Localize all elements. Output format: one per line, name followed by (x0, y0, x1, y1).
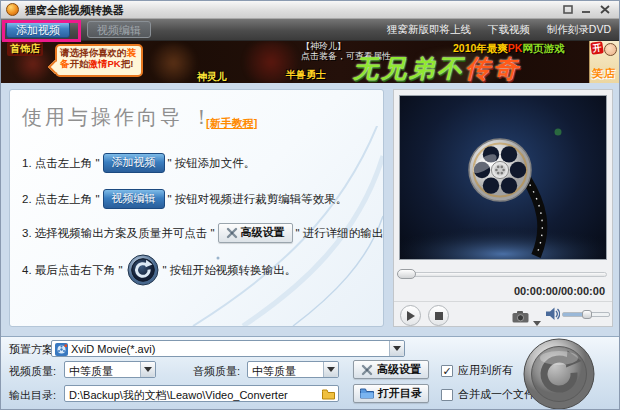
maximize-icon (563, 5, 573, 14)
minimize-icon (581, 5, 591, 14)
advanced-settings-button-illustration: 高级设置 (218, 223, 293, 243)
merge-files-checkbox[interactable]: 合并成一个文件 (441, 387, 535, 402)
maximize-button[interactable] (561, 4, 575, 16)
window-title: 狸窝全能视频转换器 (25, 3, 124, 18)
open-directory-button[interactable]: 打开目录 (353, 384, 429, 403)
stop-button[interactable] (428, 305, 449, 326)
wrench-icon (226, 227, 238, 239)
play-button[interactable] (400, 305, 421, 326)
guide-step-1: 1. 点击左上角 " 添加视频 " 按钮添加文件。 (22, 152, 255, 174)
snapshot-dropdown[interactable] (533, 312, 541, 330)
audio-quality-dropdown[interactable]: 中等质量 (247, 361, 339, 378)
stop-icon (435, 312, 443, 320)
mute-button[interactable] (546, 307, 560, 325)
video-quality-value: 中等质量 (69, 364, 113, 379)
preset-format-icon (55, 343, 68, 356)
ad-banner[interactable]: 首饰店 请选择你喜欢的装备开始激情PK把! 神灵儿 半兽勇士 【神玲儿】 点击装… (1, 41, 619, 83)
banner-speech-bubble: 请选择你喜欢的装备开始激情PK把! (55, 44, 143, 77)
chevron-down-icon (327, 367, 335, 372)
chevron-down-icon (533, 321, 541, 326)
banner-title: 无兄弟不传奇 (353, 52, 521, 83)
camera-icon (512, 311, 529, 323)
link-download-video[interactable]: 下载视频 (488, 23, 530, 35)
volume-fill (563, 313, 584, 316)
link-new-version[interactable]: 狸窝新版即将上线 (387, 23, 471, 35)
link-burn-dvd[interactable]: 制作刻录DVD (547, 23, 611, 35)
audio-quality-arrow[interactable] (323, 362, 338, 377)
banner-title-red: 传奇 (465, 54, 521, 82)
snapshot-button[interactable] (512, 309, 529, 327)
open-directory-label: 打开目录 (378, 386, 422, 401)
toolbar-links: 狸窝新版即将上线 下载视频 制作刻录DVD (373, 23, 611, 37)
volume-slider[interactable] (562, 312, 610, 317)
banner-note-line1: 【神玲儿】 (301, 41, 391, 51)
controls-divider (394, 301, 612, 302)
checkbox-checked[interactable]: ✓ (441, 365, 453, 377)
video-quality-arrow[interactable] (140, 362, 155, 377)
preset-dropdown[interactable]: XviD Movie(*.avi) (51, 340, 405, 357)
banner-character-1: 神灵儿 (197, 70, 227, 83)
step-text: " 按钮对视频进行裁剪编辑等效果。 (168, 192, 348, 207)
banner-shop-label: 首饰店 (7, 42, 43, 56)
advanced-settings-button[interactable]: 高级设置 (353, 360, 429, 379)
apply-to-all-label: 应用到所有 (458, 363, 513, 378)
video-quality-label: 视频质量: (9, 364, 56, 379)
convert-button-illustration (127, 254, 159, 286)
bubble-text: 开始 (70, 58, 89, 69)
edit-video-button[interactable]: 视频编辑 (87, 21, 151, 38)
app-window: 狸窝全能视频转换器 添加视频 视频编辑 狸窝新版即将上线 下载视频 制作刻录DV… (0, 0, 620, 410)
step-button-label: 高级设置 (241, 225, 285, 240)
minimize-button[interactable] (579, 4, 593, 16)
video-quality-dropdown[interactable]: 中等质量 (64, 361, 156, 378)
time-display: 00:00:00/00:00:00 (514, 285, 605, 297)
volume-handle[interactable] (582, 310, 592, 319)
play-icon (406, 311, 415, 321)
audio-quality-value: 中等质量 (252, 364, 296, 379)
step-text: " 进行详细的输出设置。 (296, 226, 384, 241)
film-reel-graphic (400, 96, 606, 259)
seek-bar[interactable] (399, 272, 607, 277)
tutorial-link[interactable]: [新手教程] (206, 116, 257, 131)
toolbar: 添加视频 视频编辑 狸窝新版即将上线 下载视频 制作刻录DVD (1, 19, 619, 41)
title-bar: 狸窝全能视频转换器 (1, 1, 619, 19)
guide-step-2: 2. 点击左上角 " 视频编辑 " 按钮对视频进行裁剪编辑等效果。 (22, 188, 347, 210)
close-button[interactable] (598, 4, 612, 16)
preset-label: 预置方案: (9, 342, 56, 357)
seek-handle[interactable] (397, 269, 416, 279)
apply-to-all-checkbox[interactable]: ✓ 应用到所有 (441, 363, 513, 378)
preset-value: XviD Movie(*.avi) (71, 343, 155, 355)
output-path-value: D:\Backup\我的文档\Leawo\Video_Converter (69, 388, 288, 403)
guide-title: 使用与操作向导 ！ (22, 104, 215, 131)
step-text: 4. 最后点击右下角 " (22, 263, 123, 278)
step-text: 2. 点击左上角 " (22, 192, 100, 207)
video-screen (399, 95, 607, 260)
bubble-text: 把! (121, 58, 134, 69)
preview-panel: 00:00:00/00:00:00 (393, 89, 613, 327)
close-icon (600, 5, 610, 14)
app-logo-icon (6, 3, 19, 16)
add-video-button[interactable]: 添加视频 (6, 21, 70, 38)
advanced-settings-label: 高级设置 (377, 362, 421, 377)
folder-icon (360, 388, 374, 399)
step-text: 1. 点击左上角 " (22, 156, 100, 171)
bubble-text-highlight: 激情PK (89, 58, 121, 69)
wrench-icon (361, 364, 373, 376)
checkbox-unchecked[interactable] (441, 389, 453, 401)
convert-button[interactable] (522, 337, 596, 410)
banner-character-2: 半兽勇士 (286, 68, 326, 82)
edit-video-button-illustration: 视频编辑 (103, 189, 165, 209)
chevron-down-icon (393, 346, 401, 351)
corner-cartoon (604, 43, 617, 56)
output-path-field[interactable]: D:\Backup\我的文档\Leawo\Video_Converter (64, 385, 339, 402)
preset-dropdown-arrow[interactable] (389, 341, 404, 356)
tagline-part: 网页游戏 (522, 42, 564, 54)
step-text: " 按钮开始视频转换输出。 (163, 263, 297, 278)
banner-title-green: 无兄弟不 (353, 54, 465, 82)
guide-panel: 使用与操作向导 ！ [新手教程] 1. 点击左上角 " 添加视频 " 按钮添加文… (9, 89, 384, 327)
output-dir-label: 输出目录: (9, 388, 56, 403)
chevron-down-icon (144, 367, 152, 372)
step-text: " 按钮添加文件。 (168, 156, 256, 171)
browse-folder-icon[interactable] (322, 389, 335, 400)
guide-step-3: 3. 选择视频输出方案及质量并可点击 " 高级设置 " 进行详细的输出设置。 (22, 222, 384, 244)
bubble-text: 请选择你喜欢的 (60, 47, 127, 58)
